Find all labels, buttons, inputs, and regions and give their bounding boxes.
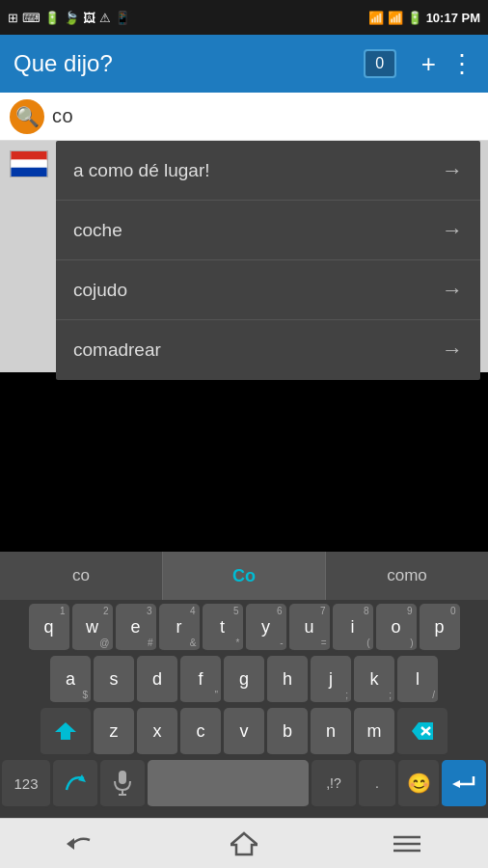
nav-bar: [0, 818, 488, 868]
autocomplete-arrow-2: →: [442, 278, 463, 303]
svg-rect-2: [11, 168, 46, 176]
svg-marker-20: [67, 838, 74, 850]
status-icon-2: ⌨: [22, 11, 41, 25]
punctuation-key[interactable]: ,!?: [312, 760, 356, 808]
key-h[interactable]: h: [267, 656, 308, 704]
key-y[interactable]: 6 - y: [246, 604, 286, 652]
key-b[interactable]: b: [267, 708, 308, 756]
svg-marker-19: [452, 780, 460, 788]
keyboard-area: co Co como 1 q 2 @ w 3 # e: [0, 552, 488, 818]
num-key[interactable]: 123: [2, 760, 50, 808]
svg-rect-16: [119, 771, 126, 784]
status-icon-7: 📱: [115, 11, 130, 25]
back-button[interactable]: [52, 825, 110, 863]
time-display: 10:17 PM: [426, 11, 480, 25]
key-q[interactable]: 1 q: [29, 604, 69, 652]
key-m[interactable]: m: [354, 708, 394, 756]
space-key[interactable]: [148, 760, 309, 808]
key-o[interactable]: 9 ) o: [376, 604, 417, 652]
key-l[interactable]: / l: [397, 656, 438, 704]
autocomplete-arrow-1: →: [442, 218, 463, 243]
status-bar: ⊞ ⌨ 🔋 🍃 🖼 ⚠ 📱 📶 📶 🔋 10:17 PM: [0, 0, 488, 35]
add-button[interactable]: +: [421, 49, 436, 79]
key-k[interactable]: ; k: [354, 656, 394, 704]
delete-key[interactable]: [397, 708, 447, 756]
suggestion-Co[interactable]: Co: [163, 552, 326, 600]
svg-rect-0: [11, 151, 46, 160]
autocomplete-text-2: cojudo: [73, 280, 127, 301]
key-j[interactable]: ; j: [311, 656, 351, 704]
shift-key[interactable]: [41, 708, 91, 756]
svg-marker-12: [412, 722, 433, 740]
key-d[interactable]: d: [137, 656, 177, 704]
battery-icon: 🔋: [407, 11, 422, 25]
key-w[interactable]: 2 @ w: [72, 604, 113, 652]
suggestion-co[interactable]: co: [0, 552, 163, 600]
key-r[interactable]: 4 & r: [159, 604, 200, 652]
enter-key[interactable]: [442, 760, 486, 808]
autocomplete-arrow-3: →: [442, 338, 463, 363]
key-f[interactable]: " f: [180, 656, 221, 704]
status-icon-5: 🖼: [83, 11, 95, 25]
swift-key[interactable]: [53, 760, 97, 808]
badge-count: 0: [364, 49, 396, 78]
enter-icon: [452, 774, 475, 792]
word-suggestions: co Co como: [0, 552, 488, 600]
shift-icon: [55, 720, 76, 742]
autocomplete-item-0[interactable]: a como dé lugar! →: [56, 141, 480, 201]
suggestion-como[interactable]: como: [326, 552, 488, 600]
autocomplete-text-1: coche: [73, 220, 122, 241]
status-icon-4: 🍃: [64, 11, 79, 25]
menu-icon: [393, 834, 420, 854]
status-icon-6: ⚠: [99, 11, 111, 25]
svg-marker-11: [55, 722, 76, 740]
key-row-3: z x c v b n m: [2, 708, 486, 756]
key-g[interactable]: g: [224, 656, 264, 704]
home-button[interactable]: [215, 825, 273, 863]
delete-icon: [412, 722, 433, 740]
status-icon-1: ⊞: [8, 11, 18, 25]
app-bar: Que dijo? 0 + ⋮: [0, 35, 488, 93]
key-row-2: $ a s d " f g h ; j ;: [2, 656, 486, 704]
key-row-4: 123 ,!? . 😊: [2, 760, 486, 808]
status-left-icons: ⊞ ⌨ 🔋 🍃 🖼 ⚠ 📱: [8, 11, 130, 25]
search-bar: 🔍 co: [0, 93, 488, 141]
key-t[interactable]: 5 * t: [203, 604, 243, 652]
autocomplete-text-3: comadrear: [73, 339, 161, 361]
key-z[interactable]: z: [94, 708, 134, 756]
key-s[interactable]: s: [94, 656, 134, 704]
autocomplete-item-2[interactable]: cojudo →: [56, 260, 480, 320]
wifi-icon: 📶: [368, 11, 384, 25]
search-input[interactable]: co: [52, 105, 73, 127]
mic-icon: [113, 771, 132, 796]
period-key[interactable]: .: [359, 760, 395, 808]
autocomplete-item-3[interactable]: comadrear →: [56, 320, 480, 380]
autocomplete-dropdown: a como dé lugar! → coche → cojudo → coma…: [56, 141, 480, 380]
autocomplete-item-1[interactable]: coche →: [56, 201, 480, 260]
app-title: Que dijo?: [14, 50, 364, 77]
key-v[interactable]: v: [224, 708, 264, 756]
autocomplete-text-0: a como dé lugar!: [73, 160, 210, 181]
status-icon-3: 🔋: [44, 11, 60, 25]
key-n[interactable]: n: [311, 708, 351, 756]
search-icon: 🔍: [10, 99, 44, 134]
menu-button[interactable]: [378, 825, 436, 863]
autocomplete-arrow-0: →: [442, 158, 463, 183]
swift-icon: [63, 771, 88, 796]
keyboard-rows: 1 q 2 @ w 3 # e 4 & r 5 * t: [0, 600, 488, 818]
key-a[interactable]: $ a: [50, 656, 91, 704]
key-i[interactable]: 8 ( i: [333, 604, 373, 652]
more-button[interactable]: ⋮: [449, 49, 474, 79]
key-x[interactable]: x: [137, 708, 177, 756]
key-e[interactable]: 3 # e: [116, 604, 156, 652]
emoji-key[interactable]: 😊: [398, 760, 439, 808]
mic-key[interactable]: [100, 760, 145, 808]
key-u[interactable]: 7 = u: [289, 604, 330, 652]
svg-marker-21: [230, 833, 258, 854]
status-right: 📶 📶 🔋 10:17 PM: [368, 11, 480, 25]
svg-rect-1: [11, 159, 46, 168]
flag-paraguay[interactable]: [5, 150, 53, 177]
key-p[interactable]: 0 p: [420, 604, 460, 652]
main-content: a como dé lugar! → coche → cojudo → coma…: [0, 141, 488, 372]
key-c[interactable]: c: [180, 708, 221, 756]
